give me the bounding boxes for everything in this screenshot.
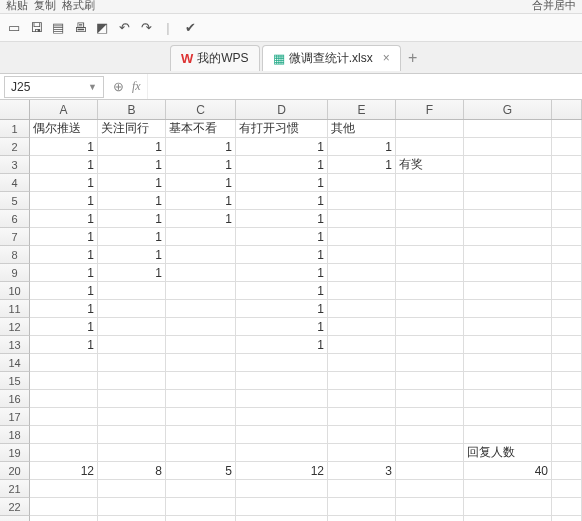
cell[interactable] (166, 228, 236, 246)
cell[interactable] (166, 390, 236, 408)
cell[interactable] (98, 318, 166, 336)
cell[interactable] (328, 390, 396, 408)
cell[interactable] (98, 498, 166, 516)
cell[interactable] (396, 264, 464, 282)
cell[interactable] (396, 354, 464, 372)
cell[interactable] (552, 390, 582, 408)
cell[interactable]: 1 (236, 336, 328, 354)
cell[interactable] (464, 120, 552, 138)
cell[interactable]: 1 (98, 246, 166, 264)
row-header[interactable]: 15 (0, 372, 30, 390)
cell[interactable] (30, 354, 98, 372)
cell[interactable] (328, 192, 396, 210)
cell[interactable] (30, 498, 98, 516)
cell[interactable] (328, 426, 396, 444)
cell[interactable] (328, 354, 396, 372)
cell[interactable] (328, 336, 396, 354)
chevron-down-icon[interactable]: ▼ (88, 82, 97, 92)
col-header-A[interactable]: A (30, 100, 98, 119)
cell[interactable] (328, 372, 396, 390)
cell[interactable] (464, 408, 552, 426)
cell[interactable]: 1 (98, 174, 166, 192)
cell[interactable]: 1 (30, 210, 98, 228)
row-header[interactable]: 17 (0, 408, 30, 426)
cell[interactable] (166, 480, 236, 498)
cell[interactable]: 1 (98, 192, 166, 210)
paste-label[interactable]: 粘贴 (6, 0, 28, 13)
cell[interactable]: 1 (30, 228, 98, 246)
cell[interactable] (328, 498, 396, 516)
cell[interactable] (166, 498, 236, 516)
cell[interactable] (166, 426, 236, 444)
format-painter-label[interactable]: 格式刷 (62, 0, 95, 13)
cell[interactable]: 1 (98, 228, 166, 246)
col-header-D[interactable]: D (236, 100, 328, 119)
row-header[interactable]: 1 (0, 120, 30, 138)
cell[interactable]: 回复人数 (464, 444, 552, 462)
cell[interactable]: 1 (236, 264, 328, 282)
cell[interactable] (396, 210, 464, 228)
row-header[interactable]: 19 (0, 444, 30, 462)
cell[interactable] (552, 246, 582, 264)
cell[interactable] (98, 426, 166, 444)
cell[interactable] (236, 498, 328, 516)
cell[interactable] (396, 444, 464, 462)
cell[interactable] (98, 300, 166, 318)
cell[interactable] (464, 354, 552, 372)
row-header[interactable]: 13 (0, 336, 30, 354)
cell[interactable]: 1 (30, 318, 98, 336)
cell[interactable] (552, 138, 582, 156)
col-header-G[interactable]: G (464, 100, 552, 119)
redo-icon[interactable]: ↷ (138, 20, 154, 36)
row-header[interactable]: 11 (0, 300, 30, 318)
fx-label[interactable]: fx (132, 79, 141, 94)
new-tab-button[interactable]: + (403, 49, 423, 67)
cell[interactable] (552, 318, 582, 336)
cell[interactable] (396, 318, 464, 336)
save-icon[interactable]: 🖫 (28, 20, 44, 36)
cell[interactable] (328, 210, 396, 228)
cell[interactable] (98, 444, 166, 462)
cell[interactable] (464, 390, 552, 408)
cell[interactable] (464, 174, 552, 192)
cell[interactable] (552, 192, 582, 210)
formula-input[interactable] (147, 74, 582, 99)
cell[interactable]: 有奖 (396, 156, 464, 174)
cell[interactable] (328, 228, 396, 246)
cell[interactable] (396, 174, 464, 192)
cell[interactable] (166, 300, 236, 318)
cell[interactable] (464, 336, 552, 354)
cell[interactable] (552, 444, 582, 462)
cell[interactable]: 8 (98, 462, 166, 480)
cell[interactable] (328, 300, 396, 318)
cell[interactable]: 3 (328, 462, 396, 480)
cell[interactable] (464, 246, 552, 264)
row-header[interactable]: 18 (0, 426, 30, 444)
cell[interactable] (328, 444, 396, 462)
row-header[interactable]: 21 (0, 480, 30, 498)
cell[interactable] (464, 210, 552, 228)
cell[interactable] (236, 372, 328, 390)
cell[interactable]: 有打开习惯 (236, 120, 328, 138)
check-icon[interactable]: ✔ (182, 20, 198, 36)
cell[interactable] (166, 282, 236, 300)
col-header-E[interactable]: E (328, 100, 396, 119)
cell[interactable]: 1 (98, 138, 166, 156)
cell[interactable]: 1 (98, 156, 166, 174)
cell[interactable] (396, 372, 464, 390)
zoom-icon[interactable]: ⊕ (108, 79, 128, 94)
print-icon[interactable]: 🖶 (72, 20, 88, 36)
cell[interactable] (464, 318, 552, 336)
cell[interactable] (552, 120, 582, 138)
row-header[interactable]: 10 (0, 282, 30, 300)
pdf-icon[interactable]: ▤ (50, 20, 66, 36)
cell[interactable] (98, 408, 166, 426)
row-header[interactable]: 23 (0, 516, 30, 521)
cell[interactable]: 1 (30, 282, 98, 300)
row-header[interactable]: 2 (0, 138, 30, 156)
cell[interactable]: 1 (236, 156, 328, 174)
cell[interactable] (552, 228, 582, 246)
row-header[interactable]: 9 (0, 264, 30, 282)
cell[interactable]: 1 (236, 192, 328, 210)
cell[interactable] (552, 372, 582, 390)
